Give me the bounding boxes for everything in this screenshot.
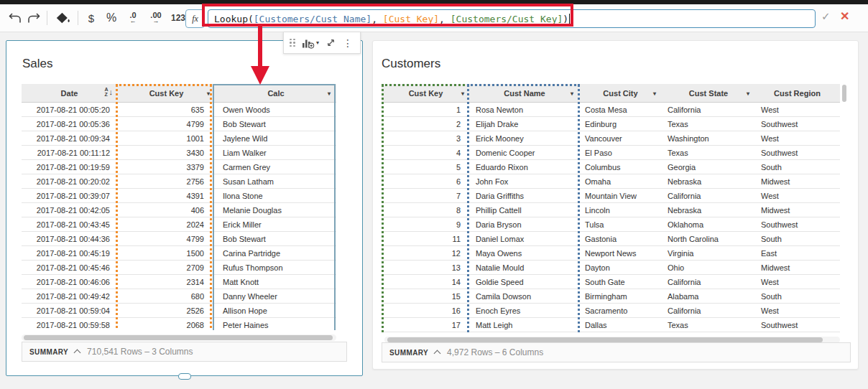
decrease-decimal-button[interactable]: .0←	[122, 7, 144, 29]
more-options-button[interactable]: ⋮	[343, 37, 353, 49]
table-cell: 8	[382, 203, 470, 217]
add-chart-dropdown[interactable]: ▾	[302, 37, 319, 49]
chevron-down-icon[interactable]: ▾	[653, 90, 656, 97]
table-row[interactable]: 6John FoxOmahaNebraskaMidwest	[382, 174, 840, 189]
table-cell: Texas	[662, 146, 755, 159]
data-prep-app: { "toolbar": { "currency_label": "$", "p…	[0, 0, 868, 389]
expand-view-button[interactable]	[326, 37, 336, 48]
table-cell: Rufus Thompson	[216, 261, 336, 274]
chevron-down-icon[interactable]: ▾	[461, 90, 464, 97]
redo-button[interactable]	[24, 7, 43, 29]
chevron-up-icon[interactable]	[74, 350, 81, 357]
customers-column-header-cust-name[interactable]: Cust Name ▾	[470, 84, 579, 102]
customers-column-header-cust-key[interactable]: Cust Key ▾	[382, 84, 470, 102]
table-row[interactable]: 8Phillip CattellLincolnNebraskaMidwest	[382, 203, 840, 217]
table-row[interactable]: 3Erick MooneyVancouverWashingtonWest	[382, 131, 840, 146]
table-row[interactable]: 5Eduardo RixonColumbusGeorgiaSouth	[382, 160, 840, 174]
table-row[interactable]: 2017-08-21 00:43:452024Erick Miller	[22, 217, 336, 232]
table-cell: Virginia	[662, 246, 755, 260]
undo-button[interactable]	[6, 7, 24, 29]
table-row[interactable]: 17Matt LeighDallasTexasSouthwest	[382, 318, 840, 332]
table-cell: 1	[382, 103, 470, 116]
chevron-down-icon[interactable]: ▾	[328, 90, 331, 97]
table-row[interactable]: 2017-08-21 00:44:364799Bob Stewart	[22, 232, 336, 246]
table-row[interactable]: 2017-08-21 00:59:582068Peter Haines	[22, 318, 336, 330]
chevron-down-icon[interactable]: ▾	[747, 90, 749, 97]
table-row[interactable]: 2017-08-21 00:59:042526Allison Hope	[22, 304, 336, 318]
table-row[interactable]: 13Natalie MouldDaytonOhioMidwest	[382, 261, 840, 275]
table-cell: West	[755, 275, 839, 289]
text-cursor	[569, 14, 570, 24]
table-cell: North Carolina	[662, 232, 755, 245]
chevron-down-icon[interactable]: ▾	[207, 90, 210, 97]
table-row[interactable]: 2017-08-21 00:19:593379Carmen Grey	[22, 160, 336, 174]
drag-handle-icon[interactable]	[290, 39, 295, 47]
table-cell: 2017-08-21 00:11:12	[22, 146, 117, 159]
customers-table-panel[interactable]: Customers Cust Key ▾ Cust Name ▾ Cust Ci…	[372, 40, 859, 370]
customers-column-header-cust-state[interactable]: Cust State ▾	[662, 84, 755, 102]
sales-horizontal-scrollbar[interactable]	[22, 334, 336, 341]
table-cell: 2	[382, 117, 470, 131]
table-row[interactable]: 2017-08-21 00:46:062314Matt Knott	[22, 275, 336, 289]
panel-resize-handle[interactable]	[178, 373, 191, 380]
table-row[interactable]: 12Maya OwensNewport NewsVirginiaEast	[382, 246, 840, 261]
table-row[interactable]: 14Goldie SpeedSouth GateCaliforniaWest	[382, 275, 840, 289]
sort-ascending-icon[interactable]: AZ ↓	[104, 87, 113, 97]
customers-column-header-cust-region[interactable]: Cust Region	[755, 84, 839, 102]
cancel-formula-button[interactable]: ✕	[840, 9, 849, 23]
table-cell: Tulsa	[579, 217, 662, 231]
undo-icon	[9, 13, 22, 24]
table-row[interactable]: 2Elijah DrakeEdinburgTexasSouthwest	[382, 117, 840, 131]
formula-arg-customers-cust-key: [Customers/Cust Key]	[451, 14, 563, 24]
scrollbar-thumb[interactable]	[387, 337, 823, 342]
fill-format-button[interactable]	[51, 7, 74, 29]
sales-table-panel[interactable]: Sales Date AZ ↓ Cust Key ▾ Calc ▾ 2017-0…	[6, 40, 363, 376]
customers-vertical-scrollbar[interactable]	[841, 84, 847, 332]
table-row[interactable]: 2017-08-21 00:20:022756Susan Latham	[22, 174, 336, 189]
table-cell: 1001	[117, 131, 216, 145]
table-cell: Jaylene Wild	[216, 131, 336, 145]
table-cell: 11	[382, 232, 470, 245]
table-row[interactable]: 2017-08-21 00:45:462709Rufus Thompson	[22, 261, 336, 275]
currency-format-button[interactable]: $	[82, 7, 101, 29]
sales-column-header-cust-key[interactable]: Cust Key ▾	[117, 84, 216, 102]
table-row[interactable]: 1Rosa NewtonCosta MesaCaliforniaWest	[382, 103, 840, 117]
table-row[interactable]: 9Daria BrysonTulsaOklahomaSouthwest	[382, 217, 840, 232]
formula-input[interactable]: Lookup([Customers/Cust Name], [Cust Key]…	[208, 9, 816, 28]
sales-column-header-date[interactable]: Date AZ ↓	[22, 84, 117, 102]
percent-format-button[interactable]: %	[101, 7, 122, 29]
chevron-up-icon[interactable]	[434, 350, 441, 357]
table-cell: South	[755, 232, 839, 245]
table-row[interactable]: 2017-08-21 00:42:05406Melanie Douglas	[22, 203, 336, 217]
table-row[interactable]: 2017-08-21 00:09:341001Jaylene Wild	[22, 131, 336, 146]
customers-column-header-cust-city[interactable]: Cust City ▾	[579, 84, 662, 102]
table-row[interactable]: 2017-08-21 00:49:42680Danny Wheeler	[22, 289, 336, 304]
table-row[interactable]: 2017-08-21 00:05:364799Bob Stewart	[22, 117, 336, 131]
percent-icon: %	[106, 11, 116, 24]
table-cell: 9	[382, 217, 470, 231]
table-row[interactable]: 7Daria GriffithsMountain ViewCaliforniaW…	[382, 189, 840, 203]
table-cell: Danny Wheeler	[216, 289, 336, 303]
table-cell: Dallas	[579, 318, 662, 332]
formula-separator: ,	[439, 14, 451, 24]
table-row[interactable]: 2017-08-21 00:11:123430Liam Walker	[22, 146, 336, 160]
table-cell: Matt Leigh	[470, 318, 579, 332]
increase-decimal-button[interactable]: .00→	[144, 7, 168, 29]
formula-close: )	[563, 14, 568, 24]
sales-table-body: 2017-08-21 00:05:20635Owen Woods2017-08-…	[22, 103, 336, 330]
table-row[interactable]: 11Daniel LomaxGastoniaNorth CarolinaSout…	[382, 232, 840, 246]
table-cell: Daria Griffiths	[470, 189, 579, 202]
table-row[interactable]: 2017-08-21 00:05:20635Owen Woods	[22, 103, 336, 117]
table-row[interactable]: 2017-08-21 00:45:191500Carina Partridge	[22, 246, 336, 261]
table-row[interactable]: 16Enoch EyresSacramentoCaliforniaWest	[382, 304, 840, 318]
table-cell: 15	[382, 289, 470, 303]
table-cell: West	[755, 103, 839, 116]
scrollbar-thumb[interactable]	[842, 85, 846, 102]
apply-formula-button[interactable]: ✓	[821, 10, 831, 23]
table-row[interactable]: 15Camila DowsonBirminghamAlabamaSouth	[382, 289, 840, 304]
table-row[interactable]: 4Domenic CooperEl PasoTexasSouthwest	[382, 146, 840, 160]
table-row[interactable]: 2017-08-21 00:39:074391Ilona Stone	[22, 189, 336, 203]
scrollbar-thumb[interactable]	[24, 335, 333, 340]
chevron-down-icon[interactable]: ▾	[571, 90, 573, 97]
sales-column-header-calc[interactable]: Calc ▾	[216, 84, 336, 102]
